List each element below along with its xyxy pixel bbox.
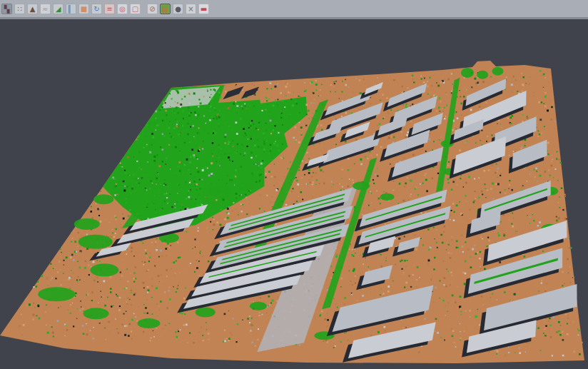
- zoom-extent-icon[interactable]: ▢: [130, 4, 141, 14]
- refresh-view-icon[interactable]: ↻: [91, 4, 102, 14]
- flag-icon[interactable]: ▬: [198, 4, 209, 14]
- measure-icon[interactable]: ×: [186, 4, 196, 14]
- tin-surface-icon[interactable]: ▲: [27, 4, 38, 14]
- contours-icon[interactable]: ≈: [40, 4, 51, 14]
- target-ring-icon[interactable]: ◎: [117, 4, 128, 14]
- viewport-3d[interactable]: [0, 19, 588, 369]
- orthophoto-icon[interactable]: ■: [78, 4, 89, 14]
- toolbar: ▚∷▲≈◢▍■↻≡◎▢⊘▦●×▬: [0, 0, 588, 19]
- point-cloud-icon[interactable]: ●: [173, 4, 183, 14]
- clip-region-icon[interactable]: ⊘: [147, 4, 158, 14]
- application-window: { "app": { "description": "3D viewer sho…: [0, 0, 588, 369]
- attribute-table-icon[interactable]: ≡: [104, 4, 115, 14]
- classification-render-icon[interactable]: ▦: [160, 4, 171, 14]
- classified-points-icon[interactable]: ∷: [14, 4, 25, 14]
- selection-points-icon[interactable]: ▚: [1, 4, 12, 14]
- terrain-model-icon[interactable]: ◢: [53, 4, 64, 14]
- point-cloud-scene[interactable]: [0, 19, 588, 369]
- profile-view-icon[interactable]: ▍: [66, 4, 76, 14]
